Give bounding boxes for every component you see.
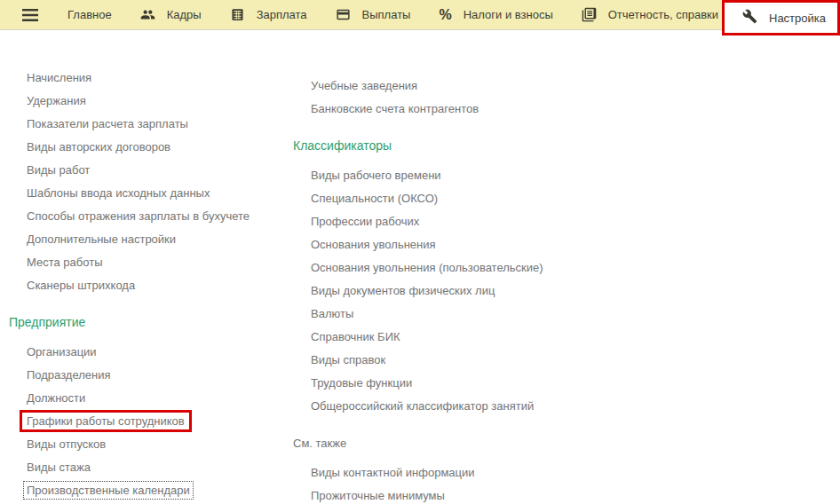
settings-link[interactable]: Валюты bbox=[311, 307, 353, 320]
tab-label: Выплаты bbox=[362, 8, 411, 21]
settings-link[interactable]: Сканеры штрихкода bbox=[27, 279, 135, 292]
settings-link[interactable]: Виды авторских договоров bbox=[27, 140, 170, 154]
settings-link[interactable]: Удержания bbox=[27, 94, 86, 107]
tab-label: Отчетность, справки bbox=[608, 8, 718, 21]
settings-link[interactable]: Дополнительные настройки bbox=[27, 232, 176, 246]
tab-zarplata[interactable]: Зарплата bbox=[216, 0, 321, 29]
settings-link[interactable]: Виды документов физических лиц bbox=[311, 284, 495, 297]
settings-link[interactable]: Способы отражения зарплаты в бухучете bbox=[27, 209, 250, 223]
calculator-icon bbox=[230, 7, 245, 22]
settings-link[interactable]: Общероссийский классификатор занятий bbox=[311, 399, 534, 413]
tab-kadry[interactable]: Кадры bbox=[126, 0, 216, 29]
settings-link[interactable]: Профессии рабочих bbox=[311, 215, 419, 228]
tab-nastroyka[interactable]: Настройка bbox=[722, 0, 840, 35]
hamburger-icon bbox=[20, 4, 41, 26]
tab-label: Настройка bbox=[769, 12, 826, 25]
tab-label: Главное bbox=[67, 8, 112, 21]
section-header-predpriyatie: Предприятие bbox=[9, 311, 289, 334]
settings-link[interactable]: Специальности (ОКСО) bbox=[311, 192, 438, 205]
link-grafiki-raboty-sotrudnikov[interactable]: Графики работы сотрудников bbox=[20, 410, 192, 432]
settings-link[interactable]: Справочник БИК bbox=[311, 330, 400, 343]
settings-link[interactable]: Прожиточные минимумы bbox=[311, 489, 445, 502]
tab-glavnoe[interactable]: Главное bbox=[53, 0, 126, 29]
main-menu-button[interactable] bbox=[0, 0, 53, 29]
link-proizvodstvennye-kalendari[interactable]: Производственные календари bbox=[23, 481, 194, 500]
settings-link[interactable]: Виды рабочего времени bbox=[311, 169, 441, 182]
settings-link[interactable]: Виды справок bbox=[311, 353, 385, 366]
settings-link[interactable]: Основания увольнения bbox=[311, 238, 436, 251]
settings-link[interactable]: Виды контактной информации bbox=[311, 466, 475, 479]
settings-link[interactable]: Шаблоны ввода исходных данных bbox=[27, 186, 210, 200]
settings-link[interactable]: Показатели расчета зарплаты bbox=[27, 117, 188, 130]
percent-icon: % bbox=[439, 8, 451, 22]
reports-icon bbox=[582, 7, 597, 22]
tab-label: Зарплата bbox=[257, 8, 307, 21]
settings-link[interactable]: Трудовые функции bbox=[311, 376, 412, 390]
settings-link[interactable]: Виды стажа bbox=[27, 461, 91, 474]
settings-link[interactable]: Основания увольнения (пользовательские) bbox=[311, 261, 543, 274]
tab-otchetnost-spravki[interactable]: Отчетность, справки bbox=[567, 0, 733, 29]
tab-label: Налоги и взносы bbox=[464, 8, 553, 21]
settings-link[interactable]: Места работы bbox=[27, 256, 103, 269]
tab-label: Кадры bbox=[167, 8, 202, 21]
settings-link[interactable]: Организации bbox=[27, 345, 97, 358]
section-header-klassifikatory: Классификаторы bbox=[293, 134, 684, 157]
settings-link[interactable]: Должности bbox=[27, 391, 85, 405]
card-icon bbox=[336, 7, 351, 22]
settings-column-left: Начисления Удержания Показатели расчета … bbox=[9, 66, 289, 501]
top-menu-bar: Главное Кадры Зарплата bbox=[0, 0, 840, 30]
tab-nalogi-i-vznosy[interactable]: % Налоги и взносы bbox=[424, 0, 567, 29]
section-header-sm-takzhe: См. также bbox=[293, 431, 684, 454]
settings-link[interactable]: Банковские счета контрагентов bbox=[311, 102, 479, 115]
settings-link[interactable]: Начисления bbox=[27, 71, 91, 84]
settings-link[interactable]: Виды отпусков bbox=[27, 437, 106, 451]
settings-column-right: Учебные заведения Банковские счета контр… bbox=[293, 74, 684, 504]
settings-link[interactable]: Подразделения bbox=[27, 368, 111, 382]
tab-vyplaty[interactable]: Выплаты bbox=[321, 0, 425, 29]
wrench-icon bbox=[742, 9, 757, 27]
settings-link[interactable]: Учебные заведения bbox=[311, 79, 417, 92]
settings-link[interactable]: Виды работ bbox=[27, 163, 90, 177]
people-icon bbox=[140, 7, 155, 22]
